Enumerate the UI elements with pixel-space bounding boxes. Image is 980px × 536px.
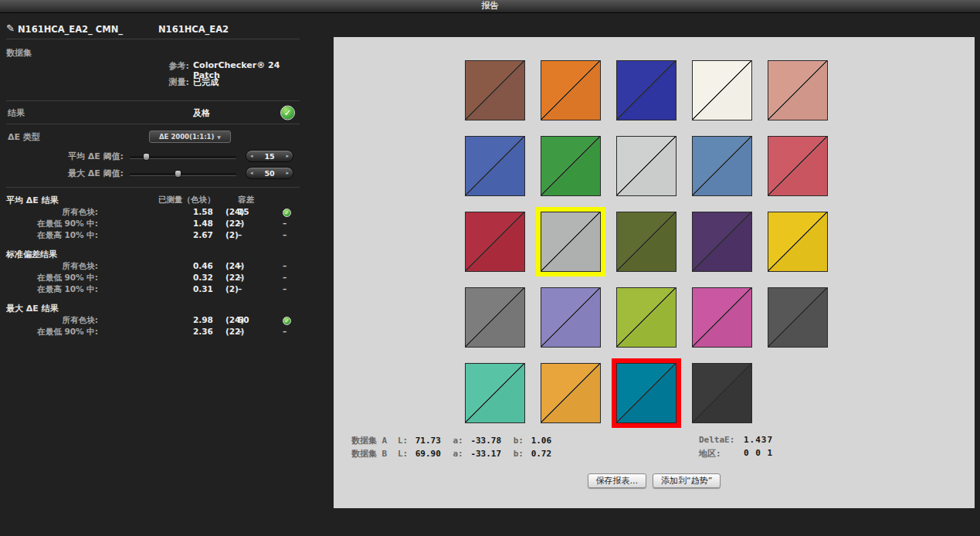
pass-check-icon: ✓	[280, 105, 295, 120]
color-patch-6[interactable]	[465, 136, 525, 196]
result-label: 结果	[8, 107, 25, 118]
increment-icon[interactable]: ▸	[286, 154, 289, 159]
a-label: a:	[453, 436, 463, 446]
delta-e-value: 1.437	[744, 435, 773, 448]
color-patch-17[interactable]	[541, 287, 601, 348]
row-tolerance: –	[238, 284, 242, 293]
color-patch-19[interactable]	[692, 287, 752, 348]
avg-threshold-slider-thumb[interactable]	[143, 153, 150, 161]
row-label: 在最低 90% 中:	[6, 327, 98, 338]
a-label: a:	[453, 449, 463, 459]
row-tolerance: –	[238, 273, 242, 282]
measured-column-header: 已测量（色块）	[158, 195, 215, 205]
row-value: 0.32	[193, 273, 213, 282]
row-label: 所有色块:	[6, 207, 98, 218]
decrement-icon[interactable]: ◂	[250, 154, 253, 159]
reference-row: 参考: ColorChecker® 24 Patch	[6, 60, 300, 76]
decrement-icon[interactable]: ◂	[250, 171, 253, 176]
color-patch-9[interactable]	[692, 136, 752, 196]
result-value: 及格	[193, 107, 210, 118]
color-patch-7[interactable]	[541, 136, 601, 196]
lab-readout: 数据集 A L: 71.73 a: -33.78 b: 1.06 数据集 B L…	[351, 435, 551, 461]
edit-pen-icon[interactable]: ✎	[6, 22, 15, 34]
max-threshold-slider-thumb[interactable]	[175, 170, 181, 178]
result-row: 结果 及格 ✓	[6, 101, 300, 124]
row-status: –	[283, 219, 287, 228]
L-label: L:	[398, 436, 408, 446]
color-patch-1[interactable]	[465, 60, 525, 120]
patch-grid	[465, 60, 828, 423]
increment-icon[interactable]: ▸	[286, 171, 289, 176]
color-patch-8[interactable]	[616, 136, 677, 196]
color-patch-10[interactable]	[768, 136, 828, 196]
row-status: ✓	[283, 207, 291, 217]
color-patch-18[interactable]	[616, 287, 677, 348]
results-table-body: 所有色块:1.58(24)15✓在最低 90% 中:1.48(22)––在最高 …	[6, 207, 300, 338]
report-panel: 数据集 A L: 71.73 a: -33.78 b: 1.06 数据集 B L…	[334, 37, 975, 508]
color-patch-2[interactable]	[541, 60, 601, 120]
divider	[6, 39, 300, 39]
row-status: –	[283, 284, 287, 293]
color-patch-5[interactable]	[768, 60, 828, 120]
pass-check-icon: ✓	[283, 209, 291, 217]
add-to-trend-button[interactable]: 添加到“趋势”	[653, 473, 721, 488]
measure-value: 已完成	[193, 76, 219, 88]
measure-label: 测量:	[6, 76, 189, 88]
profile-row: ✎ N161HCA_EA2_ CMN_ N161HCA_EA2	[6, 22, 300, 39]
row-value: 2.36	[193, 327, 213, 336]
row-count: (2)	[226, 284, 239, 293]
row-label: 在最高 10% 中:	[6, 230, 98, 241]
avg-threshold-row: 平均 ΔE 阈值: ◂ 15 ▸	[6, 148, 300, 165]
color-patch-21[interactable]	[465, 363, 525, 423]
color-patch-15[interactable]	[768, 212, 828, 272]
save-report-button[interactable]: 保存报表...	[588, 473, 647, 488]
divider	[6, 187, 300, 188]
row-status: ✓	[283, 315, 291, 325]
region-label: 地区:	[699, 448, 744, 461]
tolerance-column-header: 容差	[238, 195, 254, 205]
reference-label: 参考:	[6, 60, 189, 72]
color-patch-13[interactable]	[616, 212, 677, 272]
de-type-selected-value: ΔE 2000(1:1:1)	[159, 133, 214, 141]
row-tolerance: –	[238, 219, 242, 228]
de-type-dropdown[interactable]: ΔE 2000(1:1:1) ▼	[149, 131, 231, 143]
row-value: 2.98	[193, 315, 213, 324]
b-value: 0.72	[531, 449, 552, 459]
row-status: –	[283, 261, 287, 270]
table-section-title: 标准偏差结果	[6, 249, 300, 261]
dataset-section-title: 数据集	[6, 47, 300, 60]
row-tolerance: 15	[238, 207, 249, 216]
avg-threshold-stepper[interactable]: ◂ 15 ▸	[246, 150, 293, 162]
color-patch-14[interactable]	[692, 212, 752, 272]
color-patch-23[interactable]	[616, 363, 677, 423]
color-patch-22[interactable]	[541, 363, 601, 423]
avg-de-section-title: 平均 ΔE 结果	[6, 195, 59, 206]
a-value: -33.78	[470, 436, 501, 446]
row-status: –	[283, 230, 287, 239]
color-patch-3[interactable]	[616, 60, 677, 120]
row-label: 在最低 90% 中:	[6, 273, 98, 283]
color-patch-20[interactable]	[768, 287, 828, 348]
color-patch-16[interactable]	[465, 287, 525, 348]
results-table-header: 平均 ΔE 结果 已测量（色块） 容差	[6, 195, 300, 207]
color-patch-12[interactable]	[541, 212, 601, 272]
max-threshold-slider[interactable]	[130, 173, 236, 175]
row-status: –	[283, 273, 287, 282]
color-patch-4[interactable]	[692, 60, 752, 120]
a-value: -33.17	[470, 449, 501, 459]
color-patch-24[interactable]	[692, 363, 752, 423]
max-threshold-row: 最大 ΔE 阈值: ◂ 50 ▸	[6, 165, 300, 182]
dataset-b-label: 数据集 B	[351, 449, 387, 459]
avg-threshold-slider[interactable]	[130, 156, 236, 158]
color-patch-11[interactable]	[465, 212, 525, 272]
table-row: 所有色块:2.98(24)50✓	[6, 315, 300, 327]
b-label: b:	[514, 449, 524, 459]
de-type-row: ΔE 类型 ΔE 2000(1:1:1) ▼	[6, 124, 300, 148]
de-type-label: ΔE 类型	[8, 131, 40, 142]
row-value: 0.46	[193, 261, 213, 270]
dataset-b-readout: 数据集 B L: 69.90 a: -33.17 b: 0.72	[351, 448, 551, 461]
sidebar: ✎ N161HCA_EA2_ CMN_ N161HCA_EA2 数据集 参考: …	[0, 12, 306, 536]
profile-name: N161HCA_EA2_ CMN_	[18, 24, 123, 35]
region-line: 地区: 0 0 1	[699, 448, 773, 461]
max-threshold-stepper[interactable]: ◂ 50 ▸	[246, 167, 293, 179]
